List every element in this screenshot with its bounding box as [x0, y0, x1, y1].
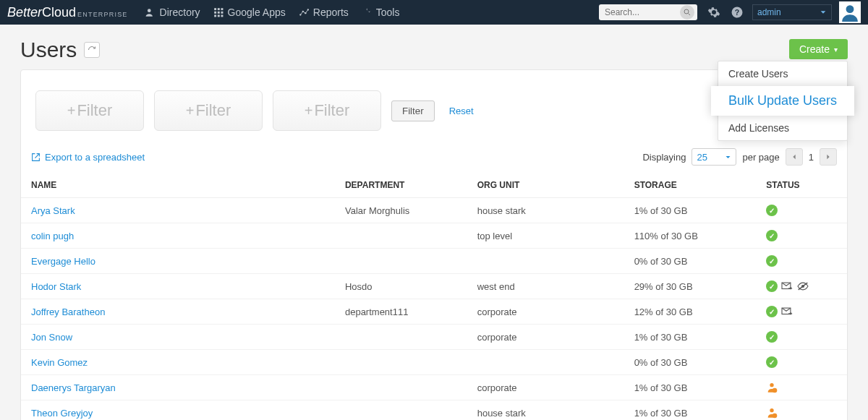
table-row: colin pughtop level110% of 30 GB — [21, 223, 847, 249]
cell-department: Hosdo — [335, 274, 467, 299]
col-name[interactable]: NAME — [21, 173, 335, 198]
refresh-icon — [88, 46, 96, 54]
reset-filters-link[interactable]: Reset — [449, 106, 474, 116]
cell-department: department111 — [335, 299, 467, 325]
export-icon — [31, 153, 41, 162]
status-ok-icon — [766, 306, 778, 317]
cell-orgunit: corporate — [467, 375, 624, 400]
table-row: Evergage Hello0% of 30 GB — [21, 249, 847, 274]
user-link[interactable]: Arya Stark — [31, 205, 75, 216]
cell-orgunit: corporate — [467, 299, 624, 325]
primary-nav: Directory Google Apps Reports Tools — [145, 7, 400, 18]
top-utility-icons: ? — [707, 6, 744, 19]
table-row: Joffrey Baratheondepartment111corporate1… — [21, 299, 847, 325]
user-link[interactable]: Theon Greyjoy — [31, 408, 93, 419]
export-link[interactable]: Export to a spreadsheet — [31, 152, 145, 163]
user-link[interactable]: Evergage Hello — [31, 256, 95, 267]
user-link[interactable]: Daenerys Targaryan — [31, 382, 116, 393]
directory-icon — [145, 7, 156, 17]
create-menu-item[interactable]: Add Licenses — [718, 116, 847, 140]
cell-orgunit — [467, 249, 624, 274]
chevron-left-icon — [791, 153, 798, 160]
svg-rect-3 — [221, 8, 223, 10]
svg-rect-1 — [214, 8, 216, 10]
search-icon[interactable] — [680, 5, 694, 20]
apply-filter-button[interactable]: Filter — [391, 100, 435, 121]
cell-department — [335, 375, 467, 400]
per-page-value: 25 — [697, 152, 707, 163]
cell-storage: 110% of 30 GB — [624, 223, 757, 249]
nav-googleapps-label: Google Apps — [228, 7, 286, 18]
cell-orgunit: corporate — [467, 325, 624, 350]
cell-department — [335, 249, 467, 274]
cell-orgunit: house stark — [467, 198, 624, 223]
mail-routing-icon — [780, 281, 793, 291]
global-search[interactable] — [599, 4, 697, 20]
svg-point-24 — [770, 408, 774, 412]
status-user-icon — [766, 382, 778, 393]
cell-orgunit: top level — [467, 223, 624, 249]
next-page-button[interactable] — [820, 148, 837, 166]
help-icon[interactable]: ? — [731, 6, 744, 19]
create-menu-item[interactable]: Create Users — [718, 61, 847, 86]
add-filter-2[interactable]: +Filter — [154, 90, 263, 131]
search-input[interactable] — [605, 7, 680, 17]
cell-status — [756, 274, 847, 299]
chevron-down-icon — [725, 154, 731, 160]
status-ok-icon — [766, 331, 778, 343]
brand-logo[interactable]: BetterCloud ENTERPRISE — [7, 5, 128, 20]
svg-rect-7 — [214, 15, 216, 17]
page-title-bar: Users — [20, 38, 848, 62]
user-link[interactable]: Joffrey Baratheon — [31, 307, 105, 317]
svg-point-14 — [684, 9, 689, 14]
user-link[interactable]: Hodor Stark — [31, 281, 81, 292]
status-ok-icon — [766, 205, 778, 216]
nav-reports[interactable]: Reports — [299, 7, 349, 18]
gear-icon[interactable] — [707, 6, 720, 19]
status-user-icon — [766, 407, 778, 419]
cell-storage: 12% of 30 GB — [624, 299, 757, 325]
nav-googleapps[interactable]: Google Apps — [213, 7, 286, 18]
cell-department — [335, 325, 467, 350]
cell-status — [756, 198, 847, 223]
displaying-label: Displaying — [642, 152, 686, 163]
cell-status — [756, 375, 847, 400]
user-link[interactable]: colin pugh — [31, 231, 74, 241]
cell-status — [756, 299, 847, 325]
cell-orgunit — [467, 350, 624, 375]
table-row: Daenerys Targaryancorporate1% of 30 GB — [21, 375, 847, 400]
cell-status — [756, 249, 847, 274]
user-link[interactable]: Kevin Gomez — [31, 357, 88, 368]
admin-label: admin — [757, 7, 781, 17]
chevron-right-icon — [825, 153, 832, 160]
tools-icon — [362, 7, 372, 17]
prev-page-button[interactable] — [786, 148, 803, 166]
svg-rect-9 — [221, 15, 223, 17]
cell-department: Valar Morghulis — [335, 198, 467, 223]
col-status[interactable]: STATUS — [756, 173, 847, 198]
nav-reports-label: Reports — [313, 7, 349, 18]
refresh-button[interactable] — [84, 42, 100, 58]
svg-rect-6 — [221, 12, 223, 14]
create-button[interactable]: Create ▾ — [789, 39, 848, 59]
col-orgunit[interactable]: ORG UNIT — [467, 173, 624, 198]
nav-directory[interactable]: Directory — [145, 7, 200, 18]
admin-dropdown[interactable]: admin — [752, 4, 832, 20]
create-menu-item[interactable]: Bulk Update Users — [711, 86, 854, 116]
col-storage[interactable]: STORAGE — [624, 173, 757, 198]
nav-tools-label: Tools — [376, 7, 400, 18]
user-link[interactable]: Jon Snow — [31, 332, 72, 343]
col-department[interactable]: DEPARTMENT — [335, 173, 467, 198]
add-filter-1[interactable]: +Filter — [35, 90, 144, 131]
avatar[interactable] — [839, 1, 861, 23]
cell-orgunit: house stark — [467, 400, 624, 421]
nav-tools[interactable]: Tools — [362, 7, 400, 18]
status-ok-icon — [766, 255, 778, 267]
per-page-select[interactable]: 25 — [692, 148, 736, 166]
cell-orgunit: west end — [467, 274, 624, 299]
cell-status — [756, 350, 847, 375]
status-ok-icon — [766, 280, 778, 292]
svg-point-22 — [770, 383, 774, 387]
page-number: 1 — [809, 152, 814, 163]
add-filter-3[interactable]: +Filter — [273, 90, 381, 131]
